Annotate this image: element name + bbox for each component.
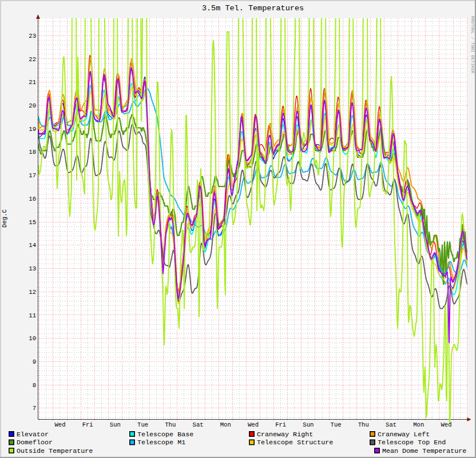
svg-text:Fri: Fri — [275, 421, 286, 428]
svg-text:19: 19 — [29, 126, 36, 133]
svg-text:8: 8 — [33, 382, 36, 389]
svg-text:Tue: Tue — [137, 421, 148, 428]
svg-text:Sun: Sun — [110, 421, 121, 428]
svg-text:Outside Temperature: Outside Temperature — [17, 447, 93, 455]
svg-text:Telescope Base: Telescope Base — [137, 431, 193, 439]
svg-text:9: 9 — [33, 359, 36, 365]
svg-text:Sun: Sun — [303, 421, 314, 428]
svg-text:Thu: Thu — [358, 421, 369, 428]
svg-text:Craneway Left: Craneway Left — [378, 431, 430, 439]
svg-text:Wed: Wed — [441, 421, 451, 428]
svg-text:Sat: Sat — [193, 421, 204, 428]
svg-text:Telescope M1: Telescope M1 — [137, 439, 185, 447]
svg-text:3.5m Tel. Temperatures: 3.5m Tel. Temperatures — [202, 4, 304, 13]
svg-text:Telescope Top End: Telescope Top End — [378, 439, 446, 447]
svg-text:Wed: Wed — [248, 421, 259, 428]
svg-text:15: 15 — [29, 219, 36, 226]
svg-text:11: 11 — [29, 312, 36, 319]
svg-text:RRDTOOL / TOBI OETIKER: RRDTOOL / TOBI OETIKER — [470, 16, 475, 74]
svg-text:20: 20 — [29, 102, 36, 109]
svg-text:18: 18 — [29, 149, 36, 156]
svg-text:Tue: Tue — [331, 421, 342, 428]
svg-text:Fri: Fri — [82, 421, 93, 428]
svg-text:10: 10 — [29, 335, 36, 342]
svg-text:Elevator: Elevator — [17, 431, 49, 439]
svg-text:21: 21 — [29, 79, 36, 86]
svg-text:7: 7 — [33, 405, 36, 412]
svg-text:17: 17 — [29, 172, 36, 179]
svg-text:Mon: Mon — [413, 421, 424, 428]
svg-text:12: 12 — [29, 289, 36, 296]
svg-text:Deg.C: Deg.C — [1, 209, 8, 228]
svg-text:22: 22 — [29, 56, 36, 63]
svg-text:Telescope Structure: Telescope Structure — [257, 439, 333, 447]
svg-text:Mean Dome Temperature: Mean Dome Temperature — [382, 447, 466, 455]
svg-text:Thu: Thu — [165, 421, 176, 428]
svg-text:Sat: Sat — [386, 421, 396, 428]
svg-text:14: 14 — [29, 242, 36, 249]
svg-text:16: 16 — [29, 196, 36, 202]
svg-text:Wed: Wed — [54, 421, 65, 428]
svg-text:Domefloor: Domefloor — [17, 439, 53, 447]
svg-text:13: 13 — [29, 265, 36, 272]
svg-text:23: 23 — [29, 33, 36, 39]
svg-text:Mon: Mon — [220, 421, 231, 428]
svg-text:Craneway Right: Craneway Right — [257, 431, 313, 439]
